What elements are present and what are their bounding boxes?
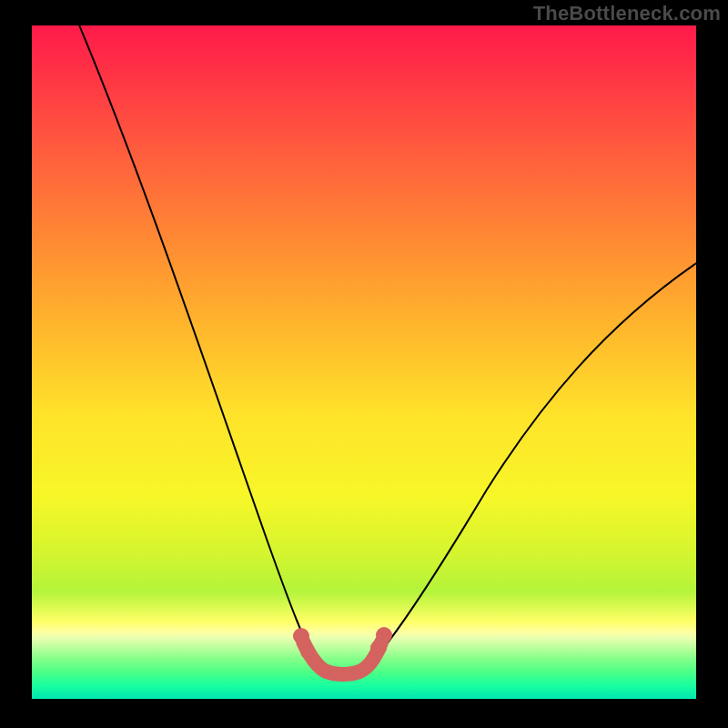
watermark-text: TheBottleneck.com <box>533 2 721 25</box>
highlight-dot-left <box>293 628 309 644</box>
bottleneck-highlight <box>303 642 381 674</box>
highlight-dot-right <box>376 627 392 643</box>
curve-svg <box>32 25 696 699</box>
highlight-dot-left-2 <box>300 644 315 659</box>
chart-frame: TheBottleneck.com <box>0 0 728 728</box>
bottleneck-curve <box>76 25 696 673</box>
plot-area <box>32 25 696 699</box>
